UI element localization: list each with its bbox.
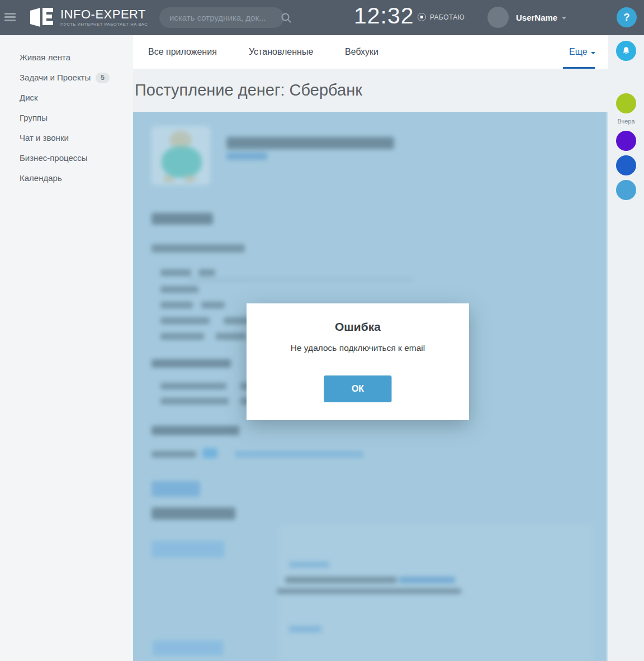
menu-icon[interactable] xyxy=(4,13,16,21)
sidebar-item-label: Живая лента xyxy=(20,53,70,62)
sidebar-item-tasks[interactable]: Задачи и Проекты5 xyxy=(0,68,133,88)
tab-installed[interactable]: Установленные xyxy=(249,35,313,69)
sidebar-item-label: Группы xyxy=(20,113,48,122)
yesterday-label: Вчера xyxy=(608,118,644,125)
sidebar-item-drive[interactable]: Диск xyxy=(0,88,133,108)
tab-bar: Все приложения Установленные Вебхуки Еще xyxy=(133,35,608,69)
tasks-count-badge: 5 xyxy=(96,73,110,83)
chat-avatar-blue[interactable] xyxy=(616,155,636,175)
user-name: UserName xyxy=(516,13,557,22)
app-icon xyxy=(151,126,210,185)
sidebar-item-label: Календарь xyxy=(20,173,62,183)
chevron-down-icon xyxy=(562,17,566,20)
search-input[interactable] xyxy=(169,13,281,22)
sidebar-item-bizproc[interactable]: Бизнес-процессы xyxy=(0,148,133,168)
ok-button[interactable]: ОК xyxy=(324,375,392,402)
sidebar-item-label: Задачи и Проекты xyxy=(20,73,91,82)
logo[interactable]: INFO-EXPERT ПУСТЬ ИНТЕРНЕТ РАБОТАЕТ НА В… xyxy=(29,7,148,28)
logo-tagline: ПУСТЬ ИНТЕРНЕТ РАБОТАЕТ НА ВАС xyxy=(60,22,148,27)
chat-avatar-purple[interactable] xyxy=(616,131,636,151)
sidebar-item-label: Бизнес-процессы xyxy=(20,153,88,163)
avatar[interactable] xyxy=(487,7,509,28)
notifications-button[interactable] xyxy=(616,41,636,61)
sidebar-item-live-feed[interactable]: Живая лента xyxy=(0,47,133,68)
sidebar-item-groups[interactable]: Группы xyxy=(0,108,133,128)
sidebar-item-chat[interactable]: Чат и звонки xyxy=(0,128,133,148)
app-root: INFO-EXPERT ПУСТЬ ИНТЕРНЕТ РАБОТАЕТ НА В… xyxy=(0,0,644,661)
status-label: РАБОТАЮ xyxy=(430,13,465,21)
work-status-toggle[interactable]: РАБОТАЮ xyxy=(418,13,465,21)
status-record-icon xyxy=(418,13,426,21)
clock[interactable]: 12:32 xyxy=(354,3,414,29)
tab-webhooks[interactable]: Вебхуки xyxy=(345,35,378,69)
sidebar-item-calendar[interactable]: Календарь xyxy=(0,168,133,188)
chat-avatar-lightblue[interactable] xyxy=(616,180,636,200)
top-bar: INFO-EXPERT ПУСТЬ ИНТЕРНЕТ РАБОТАЕТ НА В… xyxy=(0,0,644,35)
tab-all-apps[interactable]: Все приложения xyxy=(148,35,217,69)
bell-icon xyxy=(621,46,631,56)
search-icon[interactable] xyxy=(281,12,292,23)
dialog-title: Ошибка xyxy=(247,303,469,334)
logo-icon xyxy=(29,7,55,28)
help-button[interactable]: ? xyxy=(617,7,637,27)
global-search[interactable] xyxy=(159,7,284,28)
right-rail: Вчера xyxy=(608,35,644,661)
toggle-blurred xyxy=(202,448,217,458)
user-menu[interactable]: UserName xyxy=(487,7,566,28)
chevron-down-icon xyxy=(591,52,595,54)
dialog-message: Не удалось подключиться к email xyxy=(247,343,469,353)
page-title: Поступление денег: Сбербанк xyxy=(135,69,608,112)
tab-more[interactable]: Еще xyxy=(569,35,595,69)
tab-more-label: Еще xyxy=(569,35,588,69)
error-dialog: Ошибка Не удалось подключиться к email О… xyxy=(247,303,469,420)
sidebar-item-label: Диск xyxy=(20,93,38,102)
page-header: Поступление денег: Сбербанк xyxy=(133,69,608,112)
logo-title: INFO-EXPERT xyxy=(60,8,148,21)
left-sidebar: Живая лента Задачи и Проекты5 Диск Групп… xyxy=(0,35,133,661)
sidebar-item-label: Чат и звонки xyxy=(20,133,69,142)
chat-avatar-green[interactable] xyxy=(616,93,636,113)
